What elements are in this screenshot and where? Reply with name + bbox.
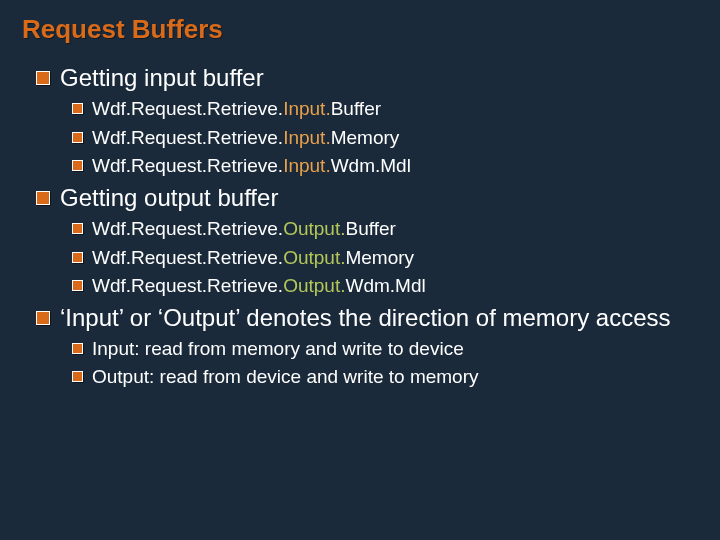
api-suffix: Buffer (345, 218, 395, 239)
api-prefix: Wdf.Request.Retrieve. (92, 155, 283, 176)
api-highlight: Output. (283, 218, 345, 239)
bullet-icon (36, 191, 50, 205)
list-item: Output: read from device and write to me… (72, 364, 698, 390)
slide: Request Buffers Getting input buffer Wdf… (0, 0, 720, 540)
heading-text: ‘Input’ or ‘Output’ denotes the directio… (60, 304, 671, 331)
list-item: Wdf.Request.Retrieve.Input.Memory (72, 125, 698, 151)
api-prefix: Wdf.Request.Retrieve. (92, 98, 283, 119)
api-prefix: Wdf.Request.Retrieve. (92, 247, 283, 268)
api-highlight: Input. (283, 98, 331, 119)
api-prefix: Wdf.Request.Retrieve. (92, 218, 283, 239)
bullet-list-level2: Wdf.Request.Retrieve.Output.Buffer Wdf.R… (36, 216, 698, 299)
heading-text: Getting input buffer (60, 64, 264, 91)
api-suffix: Buffer (331, 98, 381, 119)
heading-text: Getting output buffer (60, 184, 278, 211)
api-highlight: Input. (283, 155, 331, 176)
api-suffix: Memory (345, 247, 414, 268)
list-item: Wdf.Request.Retrieve.Input.Wdm.Mdl (72, 153, 698, 179)
list-item: Wdf.Request.Retrieve.Output.Memory (72, 245, 698, 271)
list-item: Wdf.Request.Retrieve.Output.Wdm.Mdl (72, 273, 698, 299)
api-suffix: Wdm.Mdl (331, 155, 411, 176)
bullet-icon (72, 160, 83, 171)
api-prefix: Wdf.Request.Retrieve. (92, 127, 283, 148)
api-suffix: Wdm.Mdl (345, 275, 425, 296)
list-item: ‘Input’ or ‘Output’ denotes the directio… (36, 303, 698, 390)
bullet-icon (72, 103, 83, 114)
bullet-list-level2: Wdf.Request.Retrieve.Input.Buffer Wdf.Re… (36, 96, 698, 179)
bullet-list-level2: Input: read from memory and write to dev… (36, 336, 698, 390)
sub-text: Input: read from memory and write to dev… (92, 338, 464, 359)
slide-title: Request Buffers (22, 14, 698, 45)
list-item: Wdf.Request.Retrieve.Input.Buffer (72, 96, 698, 122)
bullet-icon (72, 280, 83, 291)
list-item: Getting input buffer Wdf.Request.Retriev… (36, 63, 698, 179)
list-item: Getting output buffer Wdf.Request.Retrie… (36, 183, 698, 299)
api-highlight: Output. (283, 275, 345, 296)
bullet-icon (72, 132, 83, 143)
list-item: Input: read from memory and write to dev… (72, 336, 698, 362)
api-highlight: Output. (283, 247, 345, 268)
bullet-list-level1: Getting input buffer Wdf.Request.Retriev… (22, 63, 698, 390)
bullet-icon (72, 343, 83, 354)
bullet-icon (72, 252, 83, 263)
api-suffix: Memory (331, 127, 400, 148)
sub-text: Output: read from device and write to me… (92, 366, 479, 387)
bullet-icon (36, 311, 50, 325)
api-prefix: Wdf.Request.Retrieve. (92, 275, 283, 296)
bullet-icon (36, 71, 50, 85)
bullet-icon (72, 371, 83, 382)
api-highlight: Input. (283, 127, 331, 148)
list-item: Wdf.Request.Retrieve.Output.Buffer (72, 216, 698, 242)
bullet-icon (72, 223, 83, 234)
